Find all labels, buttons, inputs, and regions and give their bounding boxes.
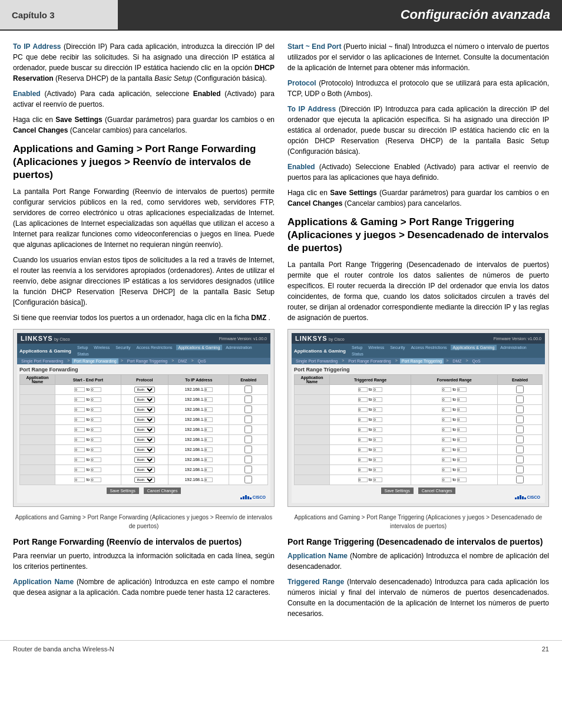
nav-setup[interactable]: Setup	[75, 345, 90, 350]
start-port-input[interactable]	[74, 387, 85, 392]
table-row: to to	[295, 425, 543, 435]
firmware-2: Firmware Version: v1.00.0	[494, 337, 541, 341]
nav-wireless[interactable]: Wireless	[91, 345, 112, 350]
intro-para1: To IP Address (Dirección IP) Para cada a…	[13, 41, 275, 84]
router-table-2: Application Name Triggered Range Forward…	[294, 374, 543, 485]
section4-para1: Application Name (Nombre de aplicación) …	[287, 551, 549, 572]
cisco-logo-2: CISCO	[294, 494, 543, 500]
intro-para3: Haga clic en Save Settings (Guardar pará…	[13, 114, 275, 136]
subnav2-triggering[interactable]: Port Range Triggering	[400, 358, 444, 364]
section1-para1: La pantalla Port Range Forwarding (Reenv…	[13, 186, 275, 250]
nav2-access[interactable]: Access Restrictions	[408, 345, 449, 350]
router-subnav-2: Single Port Forwarding > Port Range Forw…	[292, 358, 545, 364]
router-screenshot-2: LINKSYS by Cisco Firmware Version: v1.00…	[287, 329, 549, 507]
page-title-text: Configuración avanzada	[401, 7, 550, 22]
nav-security[interactable]: Security	[113, 345, 133, 350]
router-subnav-1: Single Port Forwarding > Port Range Forw…	[17, 358, 270, 364]
table-row: to Both192.168.1.	[20, 475, 268, 485]
subnav-dmz[interactable]: DMZ	[176, 358, 189, 364]
router-buttons-2: Save Settings Cancel Changes	[294, 487, 543, 494]
save-settings-btn-2[interactable]: Save Settings	[381, 487, 414, 494]
table-row: to to	[295, 435, 543, 445]
nav2-admin[interactable]: Administration	[498, 345, 528, 350]
nav-status[interactable]: Status	[75, 351, 91, 357]
router-top-bar-1: LINKSYS by Cisco Firmware Version: v1.00…	[17, 333, 270, 344]
table-row: to Both192.168.1.	[20, 465, 268, 475]
appname-trigger-label: Application Name	[287, 552, 348, 560]
application-label: Application Name	[13, 578, 74, 586]
subnav-triggering[interactable]: Port Range Triggering	[125, 358, 169, 364]
cancel-changes-btn-2[interactable]: Cancel Changes	[418, 487, 456, 494]
section1-para3: Si tiene que reenviar todos los puertos …	[13, 312, 275, 323]
nav-admin[interactable]: Administration	[223, 345, 254, 350]
enabled-label2: Enabled	[287, 163, 315, 171]
table-row: to to	[295, 385, 543, 395]
subnav-portrange[interactable]: Port Range Forwarding	[72, 358, 118, 364]
right-column: Start ~ End Port (Puerto inicial ~ final…	[287, 41, 549, 624]
table-row: to Both192.168.1.	[20, 425, 268, 435]
table-row: to Both192.168.1.	[20, 435, 268, 445]
cancel-changes-btn-1[interactable]: Cancel Changes	[144, 487, 181, 494]
start-end-label: Start ~ End Port	[287, 42, 342, 51]
subnav-qos[interactable]: QoS	[196, 358, 208, 364]
nav-access[interactable]: Access Restrictions	[134, 345, 174, 350]
page-title: Configuración avanzada	[118, 0, 562, 29]
ip-input[interactable]	[204, 387, 213, 392]
section3-para1: La pantalla Port Range Triggering (Desen…	[287, 259, 549, 323]
section3-title: Applications & Gaming > Port Range Trigg…	[287, 216, 549, 255]
table-row: to Both192.168.1.	[20, 415, 268, 425]
triggered-range-label: Triggered Range	[287, 578, 344, 586]
right-para3: To IP Address (Dirección IP) Introduzca …	[287, 104, 549, 157]
right-para2: Protocol (Protocolo) Introduzca el proto…	[287, 78, 549, 99]
nav2-security[interactable]: Security	[388, 345, 407, 350]
page-footer: Router de banda ancha Wireless-N 21	[0, 640, 562, 657]
table-row: to to	[295, 455, 543, 465]
right-para4: Enabled (Activado) Seleccione Enabled (A…	[287, 162, 549, 183]
section1-title: Applications and Gaming > Port Range For…	[13, 143, 275, 182]
to-ip-label: To IP Address	[287, 105, 336, 113]
right-para5: Haga clic en Save Settings (Guardar pará…	[287, 187, 549, 209]
subnav2-dmz[interactable]: DMZ	[451, 358, 463, 364]
router-table-1: Application Name Start - End Port Protoc…	[19, 374, 268, 485]
intro-para2: Enabled (Activado) Para cada aplicación,…	[13, 88, 275, 110]
subnav-single[interactable]: Single Port Forwarding	[19, 358, 65, 364]
router-section-title-1: Port Range Forwarding	[19, 367, 268, 373]
subnav2-single[interactable]: Single Port Forwarding	[294, 358, 339, 364]
nav-appgaming[interactable]: Applications & Gaming	[176, 345, 223, 350]
section4-para2: Triggered Range (Intervalo desencadenado…	[287, 577, 549, 619]
table-row: to to	[295, 395, 543, 405]
router-nav-1: Setup Wireless Security Access Restricti…	[75, 345, 268, 357]
table-row: to Both192.168.1.	[20, 405, 268, 415]
section2-para2: Application Name (Nombre de aplicación) …	[13, 577, 275, 598]
nav2-status[interactable]: Status	[349, 351, 366, 357]
protocol-select[interactable]: BothTCPUDP	[134, 387, 155, 393]
section-label-1: Applications & Gaming	[19, 348, 71, 354]
firmware-1: Firmware Version: v1.00.0	[219, 337, 267, 341]
content-area: To IP Address (Dirección IP) Para cada a…	[0, 31, 562, 634]
nav2-appgaming[interactable]: Applications & Gaming	[451, 345, 497, 350]
linksys-logo-1: LINKSYS by Cisco	[21, 335, 70, 342]
router-content-2: Port Range Triggering Application Name T…	[292, 364, 545, 503]
table-row: to Both192.168.1.	[20, 445, 268, 455]
cisco-logo-1: CISCO	[19, 494, 268, 500]
figure-caption-1: Applications and Gaming > Port Range For…	[13, 513, 275, 531]
enabled-checkbox[interactable]	[244, 386, 252, 393]
footer-right: 21	[542, 645, 549, 653]
router-section-bar-1: Applications & Gaming Setup Wireless Sec…	[17, 344, 270, 358]
figure-caption-2: Applications and Gaming > Port Range Tri…	[287, 513, 549, 531]
save-settings-btn-1[interactable]: Save Settings	[107, 487, 139, 494]
table-row: to to	[295, 445, 543, 455]
subnav2-qos[interactable]: QoS	[471, 358, 482, 364]
nav2-setup[interactable]: Setup	[349, 345, 365, 350]
to-ip-address-label: To IP Address	[13, 42, 61, 51]
table-row: to BothTCPUDP192.168.1.	[20, 385, 268, 395]
table-row: to Both192.168.1.	[20, 395, 268, 405]
nav2-wireless[interactable]: Wireless	[366, 345, 386, 350]
section4-title: Port Range Triggering (Desencadenado de …	[287, 536, 549, 547]
footer-left: Router de banda ancha Wireless-N	[13, 645, 114, 653]
section2-para1: Para reenviar un puerto, introduzca la i…	[13, 551, 275, 572]
subnav2-portrange[interactable]: Port Range Forwarding	[346, 358, 392, 364]
router-nav-2: Setup Wireless Security Access Restricti…	[349, 345, 543, 357]
table-row: to to	[295, 465, 543, 475]
end-port-input[interactable]	[91, 387, 101, 392]
